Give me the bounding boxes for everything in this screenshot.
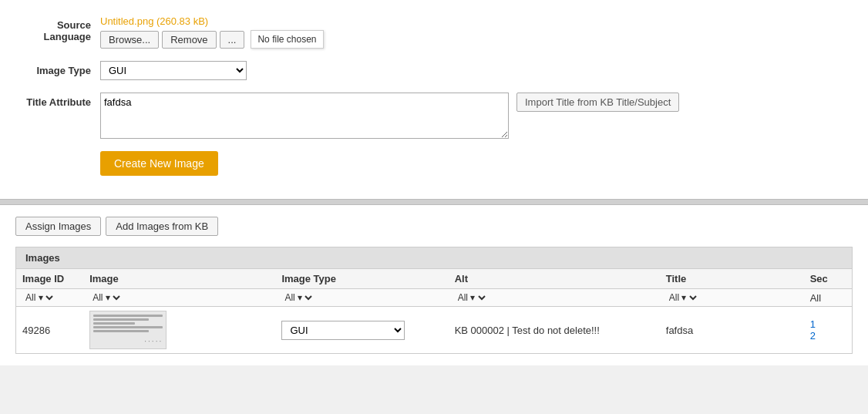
filter-sec-label: All <box>810 292 821 304</box>
image-type-select[interactable]: GUI Diagram Screenshot Photo <box>100 61 247 80</box>
thumb-line-2 <box>93 318 149 321</box>
filter-image: All ▾ <box>83 289 275 307</box>
cell-image-id: 49286 <box>16 307 83 354</box>
col-header-title: Title <box>660 269 804 289</box>
add-images-from-kb-button[interactable]: Add Images from KB <box>106 217 218 236</box>
cell-alt: KB 000002 | Test do not delete!!! <box>449 307 660 354</box>
thumbnail-dots: ····· <box>144 337 163 345</box>
col-header-image: Image <box>83 269 275 289</box>
alt-value: KB 000002 | Test do not delete!!! <box>455 325 600 336</box>
filter-alt: All ▾ <box>449 289 660 307</box>
thumb-line-5 <box>93 330 149 332</box>
cell-title: fafdsa <box>660 307 804 354</box>
title-row: fafdsa Import Title from KB Title/Subjec… <box>100 93 679 139</box>
file-name: Untitled.png (260.83 kB) <box>100 15 324 27</box>
source-language-label: Source Language <box>15 15 100 42</box>
filter-row: All ▾ All ▾ All ▾ <box>16 289 852 307</box>
image-thumbnail: ····· <box>89 311 167 349</box>
sec-value-2: 2 <box>810 330 816 342</box>
filter-image-type: All ▾ <box>275 289 448 307</box>
bottom-section: Assign Images Add Images from KB Images … <box>0 205 868 365</box>
title-attribute-row: Title Attribute fafdsa Import Title from… <box>15 93 853 139</box>
action-buttons-row: Assign Images Add Images from KB <box>15 217 853 236</box>
image-type-label: Image Type <box>15 61 100 76</box>
remove-button[interactable]: Remove <box>162 31 216 49</box>
ellipsis-button[interactable]: ... <box>220 31 245 49</box>
filter-image-id: All ▾ <box>16 289 83 307</box>
thumb-line-1 <box>93 315 163 317</box>
title-textarea[interactable]: fafdsa <box>100 93 509 139</box>
create-button-row: Create New Image <box>15 151 853 176</box>
filter-image-type-select[interactable]: All ▾ <box>281 291 315 304</box>
image-type-control: GUI Diagram Screenshot Photo <box>100 61 247 80</box>
row-image-type-select[interactable]: GUI Diagram Screenshot <box>281 321 405 340</box>
thumb-line-3 <box>93 322 135 325</box>
filter-sec: All <box>804 289 852 307</box>
file-input-row: Browse... Remove ... No file chosen <box>100 30 324 49</box>
images-section-title: Images <box>16 247 852 269</box>
thumb-line-4 <box>93 326 163 328</box>
title-attribute-label: Title Attribute <box>15 93 100 108</box>
col-header-sec: Sec <box>804 269 852 289</box>
image-type-row: Image Type GUI Diagram Screenshot Photo <box>15 61 853 80</box>
title-attribute-control: fafdsa Import Title from KB Title/Subjec… <box>100 93 679 139</box>
thumbnail-lines <box>90 311 166 337</box>
filter-image-select[interactable]: All ▾ <box>89 291 123 304</box>
col-header-image-id: Image ID <box>16 269 83 289</box>
cell-sec: 1 2 <box>804 307 852 354</box>
browse-button[interactable]: Browse... <box>100 31 159 49</box>
col-header-image-type: Image Type <box>275 269 448 289</box>
filter-title: All ▾ <box>660 289 804 307</box>
sec-value-1: 1 <box>810 318 816 330</box>
assign-images-button[interactable]: Assign Images <box>15 217 101 236</box>
image-id-value: 49286 <box>22 325 50 336</box>
images-table: Image ID Image Image Type Alt Title Sec … <box>16 269 852 353</box>
create-new-image-button[interactable]: Create New Image <box>100 151 218 176</box>
no-file-tooltip: No file chosen <box>251 30 323 49</box>
source-language-row: Source Language Untitled.png (260.83 kB)… <box>15 15 853 49</box>
filter-alt-select[interactable]: All ▾ <box>455 291 488 304</box>
import-title-button[interactable]: Import Title from KB Title/Subject <box>516 93 679 112</box>
source-language-control: Untitled.png (260.83 kB) Browse... Remov… <box>100 15 324 49</box>
table-row: 49286 ····· <box>16 307 852 354</box>
cell-image: ····· <box>83 307 275 354</box>
filter-title-select[interactable]: All ▾ <box>666 291 699 304</box>
images-table-container: Images Image ID Image Image Type Alt Tit… <box>15 247 853 354</box>
col-header-alt: Alt <box>449 269 660 289</box>
top-section: Source Language Untitled.png (260.83 kB)… <box>0 0 868 199</box>
table-header-row: Image ID Image Image Type Alt Title Sec <box>16 269 852 289</box>
title-value: fafdsa <box>666 325 693 336</box>
cell-image-type: GUI Diagram Screenshot <box>275 307 448 354</box>
filter-image-id-select[interactable]: All ▾ <box>22 291 56 304</box>
section-divider <box>0 199 868 205</box>
